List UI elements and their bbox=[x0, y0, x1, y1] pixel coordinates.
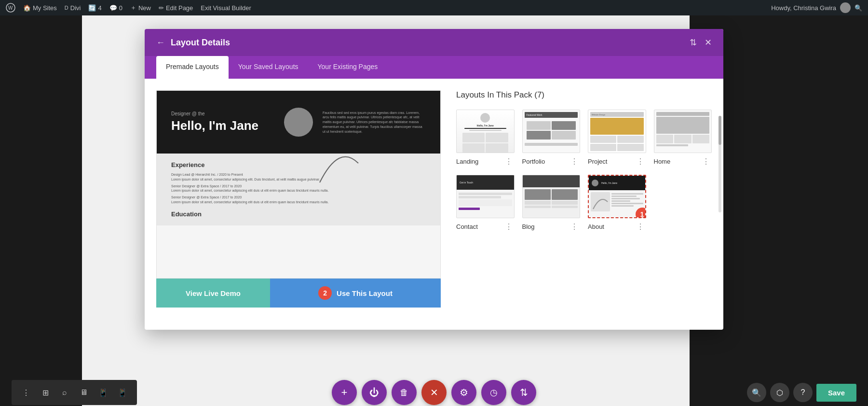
layout-name-about: About bbox=[588, 223, 604, 230]
wp-logo[interactable]: W bbox=[6, 3, 15, 13]
resume-designer-label: Designer @ the bbox=[171, 111, 274, 116]
close-modal-button[interactable]: ✕ bbox=[705, 37, 712, 48]
tab-premade-layouts[interactable]: Premade Layouts bbox=[156, 56, 229, 79]
arrange-button[interactable]: ⇅ bbox=[511, 380, 536, 405]
scrollbar-thumb[interactable] bbox=[719, 116, 721, 145]
layouts-panel: Layouts In This Pack (7) Hello, I'm Jane bbox=[441, 90, 712, 318]
toolbar-grid-btn[interactable]: ⊞ bbox=[37, 384, 54, 401]
modal-tabs: Premade Layouts Your Saved Layouts Your … bbox=[145, 56, 723, 79]
layout-footer-about: About ⋮ bbox=[588, 221, 646, 232]
layout-thumb-contact[interactable]: Get in Touch bbox=[456, 175, 515, 218]
resume-description: Faucibus sed sed eros ipsum purus egesta… bbox=[323, 111, 426, 134]
settings-button[interactable]: ⚙ bbox=[451, 380, 476, 405]
comments-link[interactable]: 💬 0 bbox=[109, 4, 122, 12]
tab-existing-pages[interactable]: Your Existing Pages bbox=[308, 56, 388, 79]
layout-name-portfolio: Portfolio bbox=[522, 158, 545, 165]
layout-menu-btn-home[interactable]: ⋮ bbox=[700, 156, 712, 167]
layout-footer-project: Project ⋮ bbox=[588, 156, 646, 167]
scrollbar-track[interactable] bbox=[719, 116, 721, 212]
divi-link[interactable]: D Divi bbox=[65, 4, 81, 12]
my-sites-link[interactable]: 🏠 My Sites bbox=[23, 4, 57, 12]
layout-name-blog: Blog bbox=[522, 223, 535, 230]
layout-footer-landing: Landing ⋮ bbox=[456, 156, 515, 167]
toolbar-mobile-btn[interactable]: 📱 bbox=[114, 384, 131, 401]
home-icon: 🏠 bbox=[23, 4, 31, 12]
plus-icon: ＋ bbox=[130, 3, 136, 12]
new-link[interactable]: ＋ New bbox=[130, 3, 151, 12]
layout-card-contact: Get in Touch Contact ⋮ bbox=[456, 175, 515, 232]
save-button[interactable]: Save bbox=[816, 384, 856, 402]
resume-exp-item-1: Design Lead @ Hierarchit Inc. / 2020 to … bbox=[171, 172, 426, 182]
toolbar-right: 🔍 ⬡ ? Save bbox=[747, 383, 856, 402]
search-icon[interactable]: 🔍 bbox=[854, 4, 862, 12]
layout-name-landing: Landing bbox=[456, 158, 478, 165]
layers-icon[interactable]: ⬡ bbox=[770, 383, 789, 402]
resume-curve bbox=[315, 139, 363, 187]
resume-avatar bbox=[284, 108, 313, 137]
toolbar-tablet-btn[interactable]: 📱 bbox=[95, 384, 112, 401]
adjust-icon[interactable]: ⇅ bbox=[690, 37, 697, 48]
toolbar-search-btn[interactable]: ⌕ bbox=[56, 384, 73, 401]
back-button[interactable]: ← bbox=[156, 38, 165, 48]
side-panel-left bbox=[0, 15, 82, 406]
layouts-panel-title: Layouts In This Pack (7) bbox=[456, 90, 712, 100]
tab-saved-layouts[interactable]: Your Saved Layouts bbox=[229, 56, 308, 79]
resume-desc-text: Faucibus sed sed eros ipsum purus egesta… bbox=[323, 111, 426, 134]
use-layout-button[interactable]: 2 Use This Layout bbox=[270, 279, 441, 308]
layout-menu-btn-landing[interactable]: ⋮ bbox=[503, 156, 515, 167]
close-button[interactable]: ✕ bbox=[421, 380, 447, 405]
resume-top-text: Designer @ the Hello, I'm Jane bbox=[171, 111, 274, 133]
updates-link[interactable]: 🔄 4 bbox=[88, 4, 101, 12]
toolbar-desktop-btn[interactable]: 🖥 bbox=[75, 384, 93, 401]
modal-body: Designer @ the Hello, I'm Jane Faucibus … bbox=[145, 79, 723, 330]
layouts-grid: Hello, I'm Jane bbox=[456, 110, 712, 232]
layout-thumb-about[interactable]: Hello, I'm Jane bbox=[588, 175, 646, 218]
layout-thumb-landing[interactable]: Hello, I'm Jane bbox=[456, 110, 515, 153]
user-avatar[interactable] bbox=[840, 2, 851, 13]
layout-thumb-project[interactable]: Website Design bbox=[588, 110, 646, 153]
layout-thumb-blog[interactable] bbox=[522, 175, 581, 218]
admin-bar-right: Howdy, Christina Gwira 🔍 bbox=[771, 2, 862, 13]
exit-builder-link[interactable]: Exit Visual Builder bbox=[201, 4, 251, 12]
layout-preview-image: Designer @ the Hello, I'm Jane Faucibus … bbox=[156, 90, 441, 279]
layout-thumb-home[interactable] bbox=[654, 110, 712, 153]
layout-footer-contact: Contact ⋮ bbox=[456, 221, 515, 232]
power-button[interactable]: ⏻ bbox=[362, 380, 387, 405]
use-layout-step-badge: 2 bbox=[318, 286, 332, 300]
preview-panel: Designer @ the Hello, I'm Jane Faucibus … bbox=[156, 90, 441, 318]
modal-header-actions: ⇅ ✕ bbox=[690, 37, 712, 48]
delete-button[interactable]: 🗑 bbox=[392, 380, 417, 405]
toolbar-menu-btn[interactable]: ⋮ bbox=[17, 384, 35, 401]
layout-menu-btn-portfolio[interactable]: ⋮ bbox=[569, 156, 580, 167]
resume-top: Designer @ the Hello, I'm Jane Faucibus … bbox=[157, 91, 440, 154]
layout-card-home: Home ⋮ bbox=[654, 110, 712, 167]
layout-thumb-portfolio[interactable]: Featured Work bbox=[522, 110, 581, 153]
resume-preview: Designer @ the Hello, I'm Jane Faucibus … bbox=[157, 91, 440, 278]
svg-text:W: W bbox=[8, 5, 13, 11]
update-icon: 🔄 bbox=[88, 4, 96, 12]
layout-menu-btn-blog[interactable]: ⋮ bbox=[569, 221, 580, 232]
layout-menu-btn-contact[interactable]: ⋮ bbox=[503, 221, 515, 232]
layout-menu-btn-project[interactable]: ⋮ bbox=[635, 156, 646, 167]
layout-footer-home: Home ⋮ bbox=[654, 156, 712, 167]
layout-name-project: Project bbox=[588, 158, 607, 165]
layout-name-home: Home bbox=[654, 158, 671, 165]
modal-title: Layout Details bbox=[171, 38, 230, 48]
preview-actions: View Live Demo 2 Use This Layout bbox=[156, 279, 441, 308]
view-demo-button[interactable]: View Live Demo bbox=[156, 279, 270, 308]
add-section-button[interactable]: + bbox=[332, 380, 357, 405]
layout-card-landing: Hello, I'm Jane bbox=[456, 110, 515, 167]
resume-exp-item-3: Senior Designer @ Extra Space / 2017 to … bbox=[171, 195, 426, 205]
resume-exp-item-2: Senior Designer @ Extra Space / 2017 to … bbox=[171, 184, 426, 194]
howdy-text: Howdy, Christina Gwira bbox=[771, 4, 836, 12]
layout-card-portfolio: Featured Work Port bbox=[522, 110, 581, 167]
pencil-icon: ✏ bbox=[159, 4, 164, 12]
resume-experience-title: Experience bbox=[171, 161, 426, 168]
search-icon-right[interactable]: 🔍 bbox=[747, 383, 766, 402]
edit-page-link[interactable]: ✏ Edit Page bbox=[159, 4, 193, 12]
modal-header: ← Layout Details ⇅ ✕ bbox=[145, 29, 723, 56]
layout-menu-btn-about[interactable]: ⋮ bbox=[635, 221, 646, 232]
history-button[interactable]: ◷ bbox=[481, 380, 506, 405]
help-icon[interactable]: ? bbox=[793, 383, 813, 402]
resume-education-title: Education bbox=[171, 210, 426, 218]
